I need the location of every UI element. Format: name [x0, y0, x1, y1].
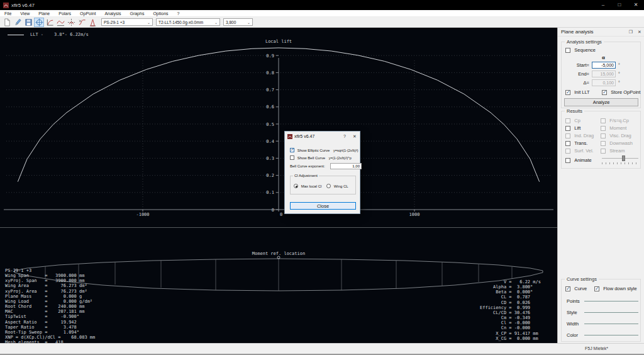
elliptic-curve-row: ✓ Show Elliptic Curve y=sqrt(1-(2x/b)²) — [290, 148, 358, 152]
close-panel-icon[interactable]: ✕ — [635, 30, 644, 35]
curve-checkbox[interactable]: ✓ — [565, 286, 570, 291]
line-width-row[interactable]: Width — [564, 321, 640, 327]
cp-checkbox[interactable]: ✓ — [565, 118, 570, 123]
show-bell-curve-checkbox[interactable]: ✓ — [290, 155, 294, 160]
menu-oppoint[interactable]: OpPoint — [75, 11, 100, 16]
slider-handle[interactable] — [622, 155, 625, 161]
surf-vel-row: ✓ Surf. Vel. — [565, 148, 594, 154]
open-project-button[interactable] — [13, 18, 23, 27]
menu-file[interactable]: File — [0, 11, 16, 16]
surf-vel-checkbox[interactable]: ✓ — [565, 149, 570, 154]
moment-view-button[interactable] — [66, 18, 76, 27]
delta-input — [592, 79, 616, 86]
save-button[interactable] — [23, 18, 33, 27]
new-file-icon — [3, 18, 11, 26]
cp-row: ✓ Cp — [565, 118, 580, 123]
curve-tool-button[interactable] — [77, 18, 87, 27]
delta-row: Δ= ° — [562, 79, 641, 87]
stream-row: ✓ Stream — [601, 148, 625, 154]
menu-polars[interactable]: Polars — [54, 11, 75, 16]
menu-analysis[interactable]: Analysis — [100, 11, 125, 16]
moment-row: ✓ Moment — [601, 125, 626, 131]
points-style-row[interactable]: Points — [564, 298, 640, 305]
menu-view[interactable]: View — [16, 11, 34, 16]
curve-settings-group: Curve settings ✓ Curve ✓ Flow down style… — [561, 279, 641, 342]
float-panel-icon[interactable]: ❐ — [626, 30, 635, 35]
maximize-icon[interactable]: □ — [611, 0, 628, 10]
show-elliptic-curve-checkbox[interactable]: ✓ — [290, 148, 294, 152]
svg-text:0.1: 0.1 — [266, 190, 274, 195]
trans-checkbox[interactable]: ✓ — [565, 141, 570, 146]
bell-formula: y=(1-(2x/b)²)^p — [329, 156, 352, 160]
wing-view-button[interactable] — [34, 18, 44, 27]
plane-select[interactable]: PS-29-1 +3 ⌄ — [101, 18, 153, 26]
sequence-checkbox[interactable]: ✓ — [565, 48, 570, 53]
save-icon — [25, 18, 33, 26]
moment-axes-icon — [67, 18, 75, 26]
minimize-icon[interactable]: – — [595, 0, 611, 10]
svg-text:0.2: 0.2 — [266, 173, 274, 178]
plot-region: 00.10.20.30.40.50.60.70.80.9-100001000 L… — [0, 28, 557, 343]
panel-titlebar[interactable]: Plane analysis ❐ ✕ — [558, 28, 644, 37]
analysis-settings-group: Analysis settings ✓ Sequence α Start= ° … — [561, 42, 641, 108]
new-project-button[interactable] — [2, 18, 12, 27]
svg-text:0: 0 — [280, 212, 282, 217]
chevron-down-icon: ⌄ — [213, 20, 218, 25]
open-project-icon — [14, 18, 22, 26]
window-title: xflr5 v6.47 — [11, 3, 35, 8]
line-color-row[interactable]: Color — [564, 332, 640, 339]
bell-curve-row: ✓ Show Bell Curve y=(1-(2x/b)²)^p — [290, 155, 352, 160]
max-local-cl-radio[interactable] — [294, 184, 298, 188]
init-llt-checkbox[interactable]: ✓ — [565, 90, 570, 95]
animate-speed-slider[interactable] — [602, 155, 638, 164]
analyze-button[interactable]: Analyze — [564, 98, 638, 106]
init-llt-row: ✓ Init LLT — [565, 89, 590, 95]
app-icon — [3, 3, 9, 8]
store-oppoint-row: ✓ Store OpPoint — [602, 89, 640, 95]
menu-plane[interactable]: Plane — [34, 11, 54, 16]
start-input[interactable] — [592, 62, 616, 69]
svg-text:0.9: 0.9 — [266, 54, 274, 59]
help-icon[interactable]: ? — [340, 134, 350, 138]
menu-options[interactable]: Options — [148, 11, 172, 16]
stream-checkbox[interactable]: ✓ — [601, 149, 606, 154]
moment-checkbox[interactable]: ✓ — [601, 126, 606, 131]
oppoint-view-button[interactable] — [55, 18, 65, 27]
ind-drag-checkbox[interactable]: ✓ — [565, 133, 570, 138]
downwash-checkbox[interactable]: ✓ — [601, 141, 606, 146]
bell-exponent-input[interactable] — [330, 163, 362, 169]
fs-qcp-checkbox[interactable]: ✓ — [601, 118, 606, 123]
flow-down-style-checkbox[interactable]: ✓ — [594, 286, 599, 291]
visc-drag-row: ✓ Visc. Drag — [601, 133, 631, 138]
project-name: F5J Mietek* — [585, 346, 608, 351]
window-titlebar[interactable]: xflr5 v6.47 – □ ✕ — [0, 0, 644, 10]
chevron-down-icon: ⌄ — [145, 20, 150, 25]
analysis-select[interactable]: T2-LLT-1450.0g-x0.0mm ⌄ — [156, 18, 220, 26]
close-button[interactable]: Close — [290, 202, 356, 210]
animate-checkbox[interactable]: ✓ — [565, 158, 570, 163]
store-oppoint-checkbox[interactable]: ✓ — [602, 90, 607, 95]
wing-data-block: PS-29-1 +3 Wing Span = 3900.000 mm xyPro… — [5, 268, 95, 345]
alpha-select[interactable]: 3,800 ⌄ — [223, 18, 253, 26]
moment-ref-label: Moment ref. location — [0, 251, 557, 256]
lift-graph-canvas[interactable]: 00.10.20.30.40.50.60.70.80.9-100001000 — [0, 28, 557, 228]
polar-view-button[interactable] — [45, 18, 55, 27]
polar-view-icon — [46, 18, 54, 26]
visc-drag-checkbox[interactable]: ✓ — [601, 133, 606, 138]
dialog-titlebar[interactable]: xflr5 v6.47 ? ✕ — [285, 132, 360, 141]
menu-help[interactable]: ? — [173, 11, 184, 16]
menu-graphs[interactable]: Graphs — [125, 11, 148, 16]
fs-qcp-row: ✓ F/s=q.Cp — [601, 118, 629, 123]
main-toolbar: PS-29-1 +3 ⌄ T2-LLT-1450.0g-x0.0mm ⌄ 3,8… — [0, 17, 644, 28]
close-icon[interactable]: ✕ — [350, 134, 360, 139]
color-line-preview — [584, 335, 638, 335]
close-icon[interactable]: ✕ — [628, 0, 644, 10]
svg-text:0.8: 0.8 — [266, 70, 274, 76]
wing-cl-radio[interactable] — [326, 184, 331, 188]
line-style-row[interactable]: Style — [564, 310, 640, 316]
wing-view-icon — [35, 18, 43, 26]
lift-checkbox[interactable]: ✓ — [565, 126, 570, 131]
wing-cl-option: Wing CL — [326, 184, 348, 188]
ind-drag-row: ✓ Ind. Drag — [565, 133, 594, 138]
stability-view-button[interactable] — [87, 18, 97, 27]
